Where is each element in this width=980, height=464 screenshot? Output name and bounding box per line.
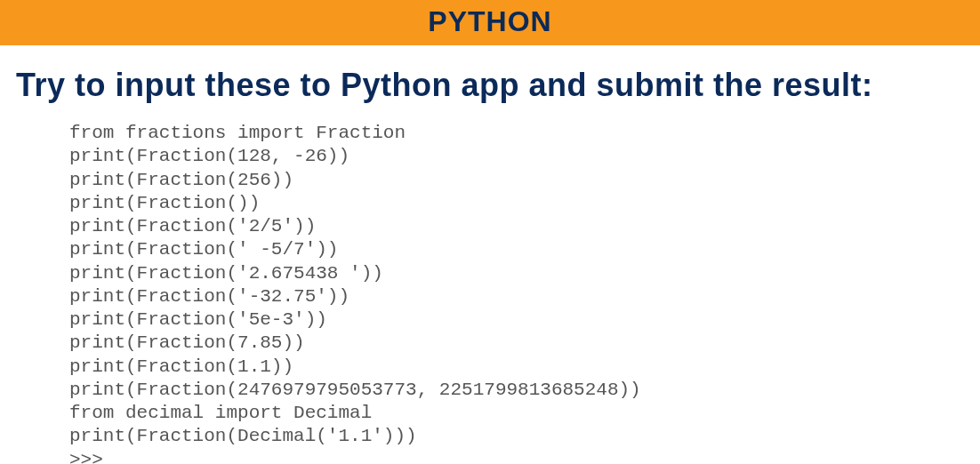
header-title: PYTHON bbox=[0, 5, 980, 38]
instruction-text: Try to input these to Python app and sub… bbox=[0, 45, 980, 116]
code-line: from decimal import Decimal bbox=[69, 402, 980, 425]
code-line: print(Fraction(' -5/7')) bbox=[69, 238, 980, 261]
code-line: print(Fraction(Decimal('1.1'))) bbox=[69, 425, 980, 448]
code-line: print(Fraction(7.85)) bbox=[69, 332, 980, 355]
code-line: >>> bbox=[69, 449, 980, 465]
code-line: print(Fraction(256)) bbox=[69, 169, 980, 192]
code-block: from fractions import Fraction print(Fra… bbox=[0, 116, 980, 464]
code-line: print(Fraction('2/5')) bbox=[69, 215, 980, 238]
code-line: print(Fraction(128, -26)) bbox=[69, 145, 980, 168]
code-line: from fractions import Fraction bbox=[69, 122, 980, 145]
code-line: print(Fraction('-32.75')) bbox=[69, 285, 980, 308]
header-bar: PYTHON bbox=[0, 0, 980, 45]
code-line: print(Fraction('5e-3')) bbox=[69, 308, 980, 332]
code-line: print(Fraction()) bbox=[69, 192, 980, 215]
code-line: print(Fraction('2.675438 ')) bbox=[69, 262, 980, 285]
code-line: print(Fraction(2476979795053773, 2251799… bbox=[69, 379, 980, 402]
code-line: print(Fraction(1.1)) bbox=[69, 356, 980, 379]
